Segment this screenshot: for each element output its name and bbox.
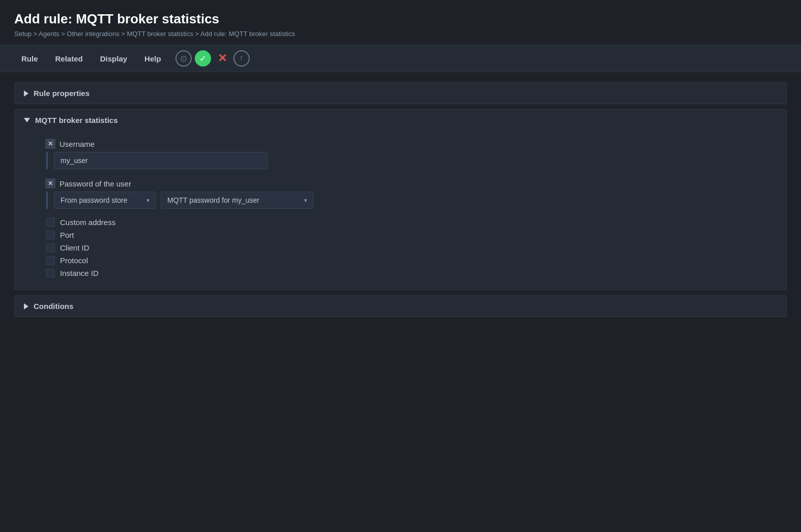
confirm-button[interactable]: ✓ — [195, 50, 211, 67]
cancel-button[interactable]: ✕ — [214, 50, 230, 67]
password-dropdown-row: From password store MQTT password for my… — [54, 192, 756, 209]
password-source-dropdown-wrapper: From password store — [54, 192, 156, 209]
custom-address-checkbox[interactable] — [46, 218, 55, 227]
toolbar-actions: ⊙ ✓ ✕ ↑ — [175, 50, 250, 67]
page-header: Add rule: MQTT broker statistics Setup >… — [0, 0, 801, 45]
check-icon: ✓ — [199, 53, 206, 64]
tab-rule[interactable]: Rule — [14, 51, 45, 66]
toolbar: Rule Related Display Help ⊙ ✓ ✕ ↑ — [0, 45, 801, 72]
breadcrumb: Setup > Agents > Other integrations > MQ… — [14, 30, 787, 38]
instance-id-row: Instance ID — [46, 269, 756, 277]
password-name-dropdown-wrapper: MQTT password for my_user — [161, 192, 313, 209]
conditions-title: Conditions — [34, 302, 73, 310]
protocol-checkbox[interactable] — [46, 256, 55, 265]
password-label: Password of the user — [60, 179, 131, 188]
username-input[interactable] — [54, 152, 268, 169]
username-input-wrap — [46, 152, 756, 169]
close-icon: ✕ — [218, 52, 227, 65]
username-label: Username — [60, 140, 95, 148]
port-row: Port — [46, 231, 756, 239]
chevron-down-icon: ⊙ — [180, 53, 187, 64]
page-title: Add rule: MQTT broker statistics — [14, 11, 787, 27]
password-label-row: ✕ Password of the user — [45, 178, 756, 189]
conditions-section: Conditions — [14, 295, 787, 317]
protocol-row: Protocol — [46, 256, 756, 265]
port-checkbox[interactable] — [46, 231, 55, 239]
password-source-select[interactable]: From password store — [54, 192, 156, 209]
instance-id-label: Instance ID — [60, 269, 99, 277]
password-field-row: ✕ Password of the user From password sto… — [45, 178, 756, 209]
username-field-row: ✕ Username — [45, 139, 756, 169]
rule-properties-title: Rule properties — [34, 89, 90, 98]
custom-address-row: Custom address — [46, 218, 756, 227]
username-label-row: ✕ Username — [45, 139, 756, 149]
conditions-collapse-icon — [24, 303, 28, 309]
up-arrow-icon: ↑ — [239, 53, 244, 64]
tab-related[interactable]: Related — [48, 51, 90, 66]
conditions-header[interactable]: Conditions — [15, 296, 786, 317]
protocol-label: Protocol — [60, 256, 88, 265]
main-content: Rule properties MQTT broker statistics ✕… — [0, 72, 801, 332]
optional-fields-list: Custom address Port Client ID Protocol I… — [46, 218, 756, 277]
mqtt-broker-header[interactable]: MQTT broker statistics — [15, 110, 786, 131]
port-label: Port — [60, 231, 74, 239]
custom-address-label: Custom address — [60, 218, 115, 227]
expand-icon — [24, 118, 30, 122]
up-arrow-button[interactable]: ↑ — [233, 50, 250, 67]
password-name-select[interactable]: MQTT password for my_user — [161, 192, 313, 209]
password-remove-button[interactable]: ✕ — [45, 178, 55, 189]
mqtt-broker-title: MQTT broker statistics — [35, 116, 118, 124]
rule-properties-header[interactable]: Rule properties — [15, 83, 786, 104]
mqtt-broker-section: MQTT broker statistics ✕ Username ✕ Pass… — [14, 109, 787, 290]
client-id-label: Client ID — [60, 243, 90, 252]
password-input-wrap: From password store MQTT password for my… — [46, 192, 756, 209]
client-id-row: Client ID — [46, 243, 756, 252]
down-arrow-button[interactable]: ⊙ — [175, 50, 192, 67]
instance-id-checkbox[interactable] — [46, 269, 55, 277]
tab-help[interactable]: Help — [137, 51, 168, 66]
client-id-checkbox[interactable] — [46, 243, 55, 252]
username-remove-button[interactable]: ✕ — [45, 139, 55, 149]
collapse-icon — [24, 90, 28, 97]
tab-display[interactable]: Display — [93, 51, 134, 66]
rule-properties-section: Rule properties — [14, 82, 787, 104]
mqtt-broker-body: ✕ Username ✕ Password of the user — [15, 131, 786, 290]
